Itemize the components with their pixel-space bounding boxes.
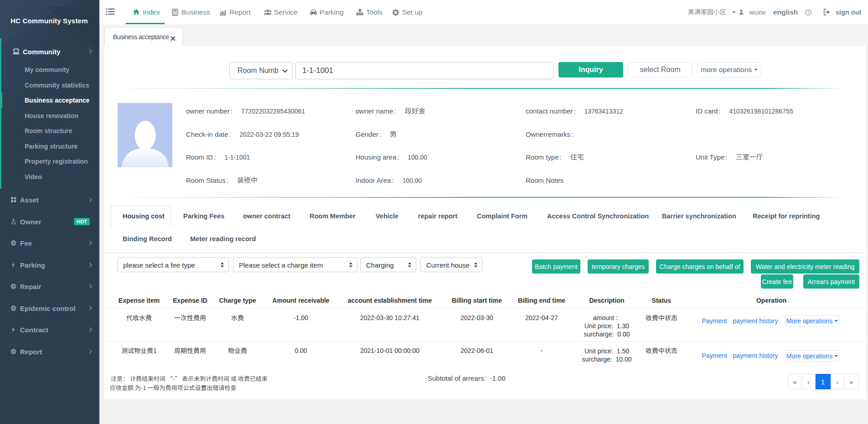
svg-text:?: ? <box>807 10 810 15</box>
